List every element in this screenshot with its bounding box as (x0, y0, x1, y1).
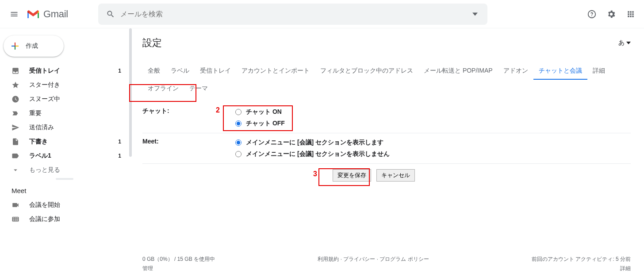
important-icon (12, 109, 29, 117)
star-icon (12, 81, 29, 89)
sidebar-item-sent[interactable]: 送信済み (0, 120, 129, 135)
svg-rect-4 (15, 46, 15, 46)
activity-details-link[interactable]: 詳細 (532, 265, 631, 272)
sidebar-item-star[interactable]: スター付き (0, 78, 129, 92)
tab-詳細[interactable]: 詳細 (587, 62, 610, 80)
chat-off-option[interactable]: チャット OFF (235, 118, 631, 129)
app-header: Gmail (0, 0, 644, 28)
tab-フィルタとブロック中のアドレス[interactable]: フィルタとブロック中のアドレス (315, 62, 418, 80)
settings-button[interactable] (602, 5, 620, 23)
caret-down-icon (472, 12, 478, 17)
tab-全般[interactable]: 全般 (142, 62, 165, 80)
gmail-text: Gmail (43, 8, 68, 20)
apps-grid-icon (626, 10, 635, 19)
search-button[interactable] (101, 10, 120, 19)
sidebar-resize-handle[interactable] (0, 177, 129, 181)
sidebar-item-clock[interactable]: スヌーズ中 (0, 92, 129, 106)
meet-show-option[interactable]: メインメニューに [会議] セクションを表示します (235, 137, 631, 148)
search-icon (106, 10, 115, 19)
chat-on-radio[interactable] (235, 109, 242, 115)
terms-link[interactable]: 利用規約 (318, 256, 339, 262)
tab-アカウントとインポート[interactable]: アカウントとインポート (236, 62, 315, 80)
sidebar-item-inbox[interactable]: 受信トレイ1 (0, 64, 129, 78)
policy-link[interactable]: プログラム ポリシー (380, 256, 429, 262)
compose-label: 作成 (26, 42, 38, 50)
left-sidebar: 作成 受信トレイ1スター付きスヌーズ中重要送信済み下書き1ラベル11もっと見る … (0, 28, 129, 275)
gmail-m-icon (27, 9, 40, 19)
draft-icon (12, 138, 29, 146)
search-options-button[interactable] (465, 12, 485, 17)
meet-list: 会議を開始会議に参加 (0, 198, 129, 226)
chat-setting-label: チャット: (142, 106, 235, 129)
meet-hide-option[interactable]: メインメニューに [会議] セクションを表示しません (235, 148, 631, 160)
plus-icon (10, 41, 20, 51)
inbox-icon (12, 67, 29, 75)
meet-item-video[interactable]: 会議を開始 (0, 198, 129, 212)
meet-setting-label: Meet: (142, 137, 235, 160)
tab-アドオン[interactable]: アドオン (498, 62, 533, 80)
sidebar-item-draft[interactable]: 下書き1 (0, 135, 129, 149)
expand-icon (12, 166, 29, 174)
compose-button[interactable]: 作成 (4, 35, 64, 57)
footer: 0 GB（0%） / 15 GB を使用中 管理 利用規約 · プライバシー ·… (142, 256, 631, 272)
privacy-link[interactable]: プライバシー (343, 256, 375, 262)
label-icon (12, 152, 29, 160)
cancel-button[interactable]: キャンセル (376, 169, 415, 182)
video-icon (12, 201, 29, 209)
svg-rect-2 (12, 46, 15, 46)
svg-rect-1 (15, 46, 15, 50)
keyboard-icon (12, 215, 29, 223)
tab-テーマ[interactable]: テーマ (184, 80, 213, 97)
help-icon (587, 9, 597, 19)
storage-usage: 0 GB（0%） / 15 GB を使用中 (142, 256, 215, 263)
svg-rect-3 (15, 46, 19, 46)
main-content: 設定 あ 全般ラベル受信トレイアカウントとインポートフィルタとブロック中のアドレ… (129, 28, 644, 275)
last-activity: 前回のアカウント アクティビティ: 5 分前 (532, 256, 631, 263)
manage-storage-link[interactable]: 管理 (142, 265, 215, 272)
meet-show-radio[interactable] (235, 139, 242, 146)
meet-hide-radio[interactable] (235, 151, 242, 157)
chat-on-option[interactable]: チャット ON (235, 106, 631, 118)
settings-tabs: 全般ラベル受信トレイアカウントとインポートフィルタとブロック中のアドレスメール転… (142, 62, 631, 97)
search-bar (98, 4, 487, 25)
sidebar-item-label[interactable]: ラベル11 (0, 149, 129, 163)
gmail-logo[interactable]: Gmail (27, 8, 68, 20)
gear-icon (606, 9, 616, 19)
hamburger-icon (10, 10, 19, 19)
tab-チャットと会議[interactable]: チャットと会議 (533, 62, 587, 80)
content-scrollbar[interactable] (129, 28, 132, 157)
page-title: 設定 (142, 36, 162, 50)
folder-list: 受信トレイ1スター付きスヌーズ中重要送信済み下書き1ラベル11もっと見る (0, 64, 129, 177)
input-language-button[interactable]: あ (618, 39, 631, 47)
sidebar-item-expand[interactable]: もっと見る (0, 163, 129, 177)
clock-icon (12, 95, 29, 103)
search-input[interactable] (120, 10, 465, 18)
save-button[interactable]: 変更を保存 (333, 169, 371, 182)
meet-item-keyboard[interactable]: 会議に参加 (0, 212, 129, 226)
sidebar-item-important[interactable]: 重要 (0, 106, 129, 120)
apps-button[interactable] (622, 5, 640, 23)
tab-メール転送と POP/IMAP[interactable]: メール転送と POP/IMAP (418, 62, 498, 80)
tab-オフライン[interactable]: オフライン (142, 80, 184, 97)
caret-down-icon (626, 42, 631, 44)
support-button[interactable] (583, 5, 601, 23)
svg-rect-0 (15, 43, 15, 46)
tab-受信トレイ[interactable]: 受信トレイ (195, 62, 236, 80)
main-menu-button[interactable] (4, 4, 25, 25)
sent-icon (12, 124, 29, 132)
meet-section-header: Meet (0, 181, 129, 198)
tab-ラベル[interactable]: ラベル (165, 62, 195, 80)
chat-off-radio[interactable] (235, 120, 242, 127)
